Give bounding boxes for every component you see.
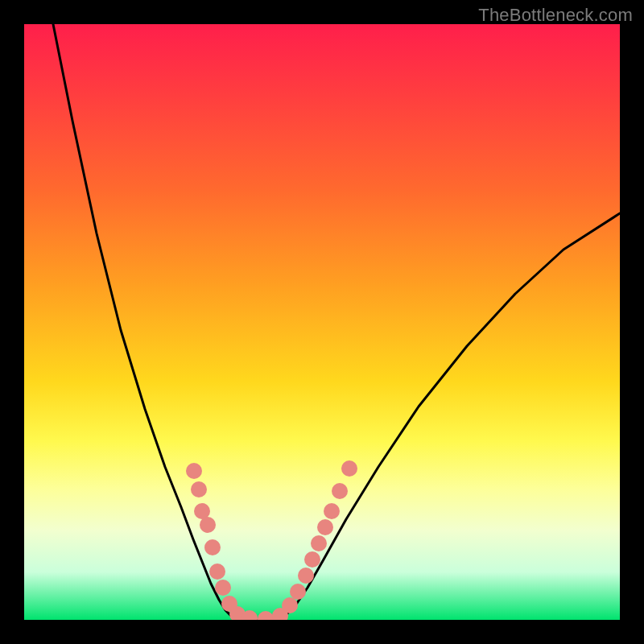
data-point <box>215 580 231 596</box>
data-point <box>209 564 225 580</box>
data-point <box>304 551 320 568</box>
data-point <box>332 483 348 499</box>
data-point <box>311 535 327 551</box>
chart-svg <box>24 24 620 620</box>
bottleneck-curve <box>53 24 620 620</box>
data-point <box>317 519 333 535</box>
data-point <box>290 584 306 600</box>
data-point <box>341 460 357 477</box>
chart-plot-area <box>24 24 620 620</box>
data-point-group <box>186 460 357 620</box>
data-point <box>200 517 216 533</box>
chart-frame: TheBottleneck.com <box>0 0 644 644</box>
data-point <box>186 463 202 479</box>
watermark-text: TheBottleneck.com <box>478 5 633 26</box>
data-point <box>282 597 298 613</box>
data-point <box>191 481 207 497</box>
data-point <box>324 503 340 519</box>
data-point <box>298 568 314 584</box>
data-point <box>258 611 274 620</box>
data-point <box>204 539 221 555</box>
